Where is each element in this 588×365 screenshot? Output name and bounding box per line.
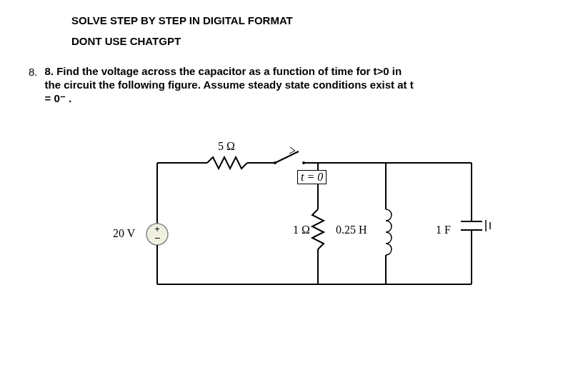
switch-label: t = 0	[297, 170, 327, 184]
inductor-label: 0.25 H	[336, 224, 367, 236]
svg-line-5	[275, 151, 299, 163]
circuit-svg: + −	[114, 141, 514, 299]
circuit-diagram: + −	[114, 141, 514, 299]
source-minus-icon: −	[154, 232, 160, 244]
resistor1-label: 5 Ω	[218, 140, 235, 153]
resistor2-label: 1 Ω	[293, 224, 310, 236]
resistor-1ohm-icon	[312, 209, 324, 249]
question-text: 8. Find the voltage across the capacitor…	[45, 64, 417, 106]
switch-icon	[274, 147, 305, 164]
capacitor-label: 1 F	[436, 224, 451, 236]
resistor-5ohm-icon	[207, 157, 247, 169]
question-number: 8.	[29, 66, 38, 106]
inductor-icon	[386, 209, 392, 255]
instruction-line-2: DONT USE CHATGPT	[71, 35, 559, 47]
voltage-source-label: 20 V	[113, 227, 135, 240]
question-block: 8. 8. Find the voltage across the capaci…	[29, 64, 559, 106]
instruction-line-1: SOLVE STEP BY STEP IN DIGITAL FORMAT	[71, 14, 559, 26]
capacitor-icon	[461, 220, 490, 231]
